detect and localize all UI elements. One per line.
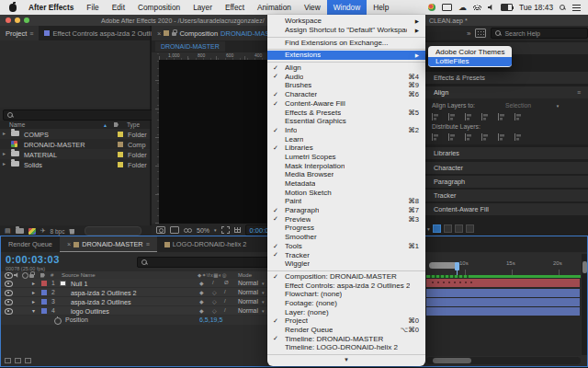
- playhead[interactable]: [455, 262, 459, 270]
- tab-project[interactable]: Project ≡: [0, 26, 39, 40]
- bit-depth-label[interactable]: 8 bpc: [51, 228, 65, 235]
- menu-item[interactable]: ✓ Paragraph ⌘7 ▶: [267, 206, 425, 215]
- project-item-row[interactable]: ▸ Solids Folder: [0, 159, 150, 169]
- layer-bar-shape[interactable]: [426, 289, 580, 297]
- label-column-icon[interactable]: [114, 122, 119, 127]
- layer-name[interactable]: Null 1: [71, 280, 87, 288]
- menu-item[interactable]: ✓ Mask Interpolation ▶: [267, 161, 425, 170]
- expand-in-out-icon[interactable]: [25, 358, 31, 363]
- volume-icon[interactable]: [488, 5, 494, 11]
- layer-switch-icon[interactable]: /: [224, 307, 226, 313]
- project-item-row[interactable]: DRONAID-MASTER Comp: [0, 139, 150, 149]
- project-item-row[interactable]: ▸ COMPS Folder: [0, 129, 150, 139]
- layer-label-swatch[interactable]: [41, 281, 47, 286]
- menu-item[interactable]: ✓ Essential Graphics ▶: [267, 117, 425, 126]
- menu-item[interactable]: ✓ Project ⌘0 ▶: [267, 316, 425, 326]
- distribute-top-button[interactable]: [430, 132, 440, 142]
- disclosure-arrow-icon[interactable]: ▸: [3, 150, 6, 156]
- mode-chevron-icon[interactable]: ▾: [262, 290, 265, 295]
- panel-menu-icon[interactable]: ≡: [146, 241, 150, 247]
- layer-disclosure-icon[interactable]: ▸: [32, 280, 35, 286]
- timeline-vertical-scrollbar[interactable]: [582, 254, 587, 355]
- menubar-item[interactable]: Edit: [106, 0, 131, 15]
- menu-item[interactable]: ✓ Align ▶: [267, 63, 425, 73]
- menu-item[interactable]: ✓ Effect Controls: aspa-izda 2 Outlines …: [267, 281, 425, 290]
- new-folder-icon[interactable]: [16, 228, 24, 234]
- timeline-horizontal-scrollbar[interactable]: [426, 357, 581, 364]
- mode-chevron-icon[interactable]: ▾: [262, 281, 265, 286]
- panel-menu-icon[interactable]: ≡: [577, 86, 581, 98]
- menubar-item[interactable]: Window: [327, 0, 368, 15]
- layer-switch-icon[interactable]: ◇: [212, 289, 217, 295]
- stopwatch-icon[interactable]: [54, 317, 62, 325]
- menubar-item[interactable]: Effect: [219, 0, 251, 15]
- workspace-overflow-icon[interactable]: »: [467, 29, 470, 38]
- layer-blend-mode[interactable]: Normal: [238, 280, 258, 286]
- layer-switch-icon[interactable]: Ø: [224, 280, 229, 285]
- layer-bar-shape[interactable]: [426, 307, 580, 316]
- layer-switch-icon[interactable]: ◆: [199, 280, 204, 286]
- interpret-footage-icon[interactable]: ▤: [5, 227, 11, 235]
- menubar-item[interactable]: Help: [367, 0, 395, 15]
- layer-blend-mode[interactable]: Normal: [238, 307, 258, 314]
- panel-header[interactable]: Paragraph: [424, 176, 588, 188]
- menubar-item[interactable]: File: [80, 0, 105, 15]
- menu-item[interactable]: ✓ Layer: (none) ▶: [267, 307, 425, 316]
- menubar-item[interactable]: Layer: [187, 0, 219, 15]
- layer-row[interactable]: ▸ 3 aspa-izda 2 Outlines ◆ ◇ / Normal ▾: [1, 297, 268, 306]
- submenu-item[interactable]: Adobe Color Themes: [428, 48, 512, 57]
- label-color-swatch[interactable]: [118, 152, 123, 157]
- layer-label-swatch[interactable]: [41, 299, 47, 305]
- menu-item[interactable]: ✓ Timeline: DRONAID-MASTER ▶: [267, 334, 425, 343]
- timeline-search-input[interactable]: [137, 257, 273, 268]
- display-icon[interactable]: [442, 4, 452, 11]
- menu-item[interactable]: ✓ Assign Shortcut to "Default" Workspace…: [267, 26, 425, 35]
- distribute-left-button[interactable]: [480, 132, 490, 142]
- menu-item[interactable]: ✓ Effects & Presets ⌘5 ▶: [267, 108, 425, 117]
- notification-center-icon[interactable]: [572, 5, 581, 11]
- layer-label-swatch[interactable]: [41, 290, 47, 295]
- layer-disclosure-icon[interactable]: ▸: [32, 298, 35, 305]
- menu-item[interactable]: ✓ ▶: [267, 352, 425, 356]
- align-top-button[interactable]: [480, 112, 490, 121]
- show-snapshot-icon[interactable]: [170, 226, 179, 234]
- layer-name[interactable]: aspa-izda 2 Outlines: [71, 298, 131, 306]
- layer-switch-icon[interactable]: /: [212, 280, 214, 285]
- menubar-item[interactable]: Composition: [131, 0, 187, 15]
- menu-item[interactable]: ✓ Preview ⌘3 ▶: [267, 214, 425, 224]
- property-value[interactable]: 6,5,19,5: [199, 316, 222, 323]
- new-composition-icon[interactable]: [28, 228, 36, 235]
- submenu-item[interactable]: LottieFiles: [428, 57, 512, 66]
- align-v-center-button[interactable]: [496, 112, 506, 121]
- menu-item[interactable]: ✓ Info ⌘2 ▶: [267, 126, 425, 135]
- sort-arrow-icon[interactable]: ▲: [103, 122, 107, 128]
- menu-item[interactable]: ✓ Find Extensions on Exchange... ▶: [267, 38, 425, 47]
- menu-item[interactable]: ✓ Paint ⌘8 ▶: [267, 197, 425, 206]
- label-color-swatch[interactable]: [118, 142, 123, 147]
- layer-visibility-icon[interactable]: [5, 281, 13, 287]
- layer-switch-icon[interactable]: ◆: [199, 298, 204, 305]
- layer-disclosure-icon[interactable]: ▸: [32, 289, 35, 295]
- menu-item[interactable]: ✓ Motion Sketch ▶: [267, 188, 425, 197]
- layer-label-swatch[interactable]: [41, 308, 47, 314]
- lock-icon[interactable]: [172, 32, 176, 36]
- menu-item[interactable]: ✓ Metadata ▶: [267, 179, 425, 189]
- app-status-icon[interactable]: [428, 4, 435, 11]
- delete-item-icon[interactable]: [69, 228, 74, 235]
- expand-layer-switches-icon[interactable]: [5, 358, 11, 363]
- menu-item[interactable]: ✓ Audio ⌘4 ▶: [267, 72, 425, 81]
- disclosure-arrow-icon[interactable]: ▸: [3, 130, 6, 136]
- layer-name[interactable]: logo Outlines: [71, 307, 109, 316]
- panel-header[interactable]: Tracker: [424, 190, 588, 201]
- column-type[interactable]: Type: [127, 121, 140, 128]
- align-panel-header[interactable]: Align ≡: [424, 86, 588, 98]
- minimize-window-button[interactable]: [15, 17, 20, 23]
- menu-item[interactable]: ✓ Media Browser ▶: [267, 170, 425, 179]
- mode-chevron-icon[interactable]: ▾: [262, 308, 265, 314]
- viewer-comp-tab[interactable]: DRONAID-MASTER: [155, 41, 225, 52]
- layer-visibility-icon[interactable]: [5, 308, 13, 315]
- spotlight-search-icon[interactable]: [560, 5, 566, 11]
- menu-item[interactable]: ✓ Character ⌘6 ▶: [267, 90, 425, 99]
- property-name[interactable]: Position: [65, 316, 88, 323]
- panel-header[interactable]: Content-Aware Fill: [424, 203, 588, 215]
